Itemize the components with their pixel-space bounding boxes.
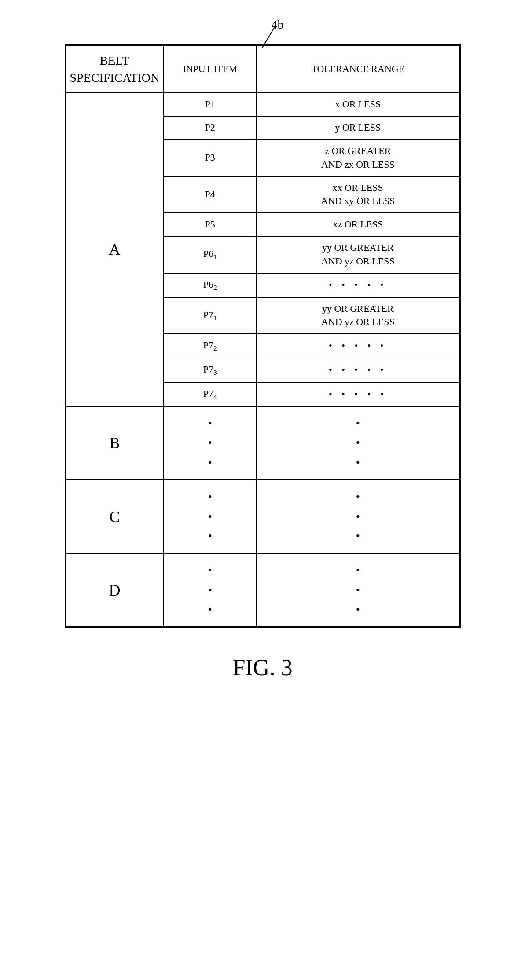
input-p71: P71 xyxy=(163,297,257,334)
table-row: A P1 x OR LESS xyxy=(66,93,459,116)
tolerance-p4: xx OR LESSAND xy OR LESS xyxy=(257,176,459,213)
tolerance-p1: x OR LESS xyxy=(257,93,459,116)
input-p2: P2 xyxy=(163,116,257,139)
input-p3: P3 xyxy=(163,139,257,176)
spec-a: A xyxy=(66,93,164,406)
spec-d: D xyxy=(66,553,164,627)
tolerance-p71: yy OR GREATERAND yz OR LESS xyxy=(257,297,459,334)
input-p61: P61 xyxy=(163,236,257,273)
tolerance-c-dots: • • • xyxy=(257,480,459,553)
spec-c: C xyxy=(66,480,164,553)
table-row: D • • • • • • xyxy=(66,553,459,627)
header-input-item: INPUT ITEM xyxy=(163,45,257,93)
tolerance-p5: xz OR LESS xyxy=(257,213,459,236)
svg-line-0 xyxy=(262,26,275,48)
tolerance-p2: y OR LESS xyxy=(257,116,459,139)
table-row: C • • • • • • xyxy=(66,480,459,553)
input-p1: P1 xyxy=(163,93,257,116)
input-c-dots: • • • xyxy=(163,480,257,553)
figure-caption: FIG. 3 xyxy=(233,655,293,680)
tolerance-p61: yy OR GREATERAND yz OR LESS xyxy=(257,236,459,273)
main-table: BELTSPECIFICATION INPUT ITEM TOLERANCE R… xyxy=(65,44,461,628)
spec-b: B xyxy=(66,406,164,480)
input-d-dots: • • • xyxy=(163,553,257,627)
tolerance-p74: • • • • • xyxy=(257,382,459,406)
header-belt-spec: BELTSPECIFICATION xyxy=(66,45,164,93)
input-p4: P4 xyxy=(163,176,257,213)
tolerance-p72: • • • • • xyxy=(257,334,459,358)
input-p74: P74 xyxy=(163,382,257,406)
tolerance-d-dots: • • • xyxy=(257,553,459,627)
header-tolerance-range: TOLERANCE RANGE xyxy=(257,45,459,93)
input-p5: P5 xyxy=(163,213,257,236)
tolerance-b-dots: • • • xyxy=(257,406,459,480)
input-p72: P72 xyxy=(163,334,257,358)
input-p62: P62 xyxy=(163,273,257,297)
input-p73: P73 xyxy=(163,358,257,382)
tolerance-p3: z OR GREATERAND zx OR LESS xyxy=(257,139,459,176)
table-row: B • • • • • • xyxy=(66,406,459,480)
tolerance-p73: • • • • • xyxy=(257,358,459,382)
tolerance-p62: • • • • • xyxy=(257,273,459,297)
input-b-dots: • • • xyxy=(163,406,257,480)
